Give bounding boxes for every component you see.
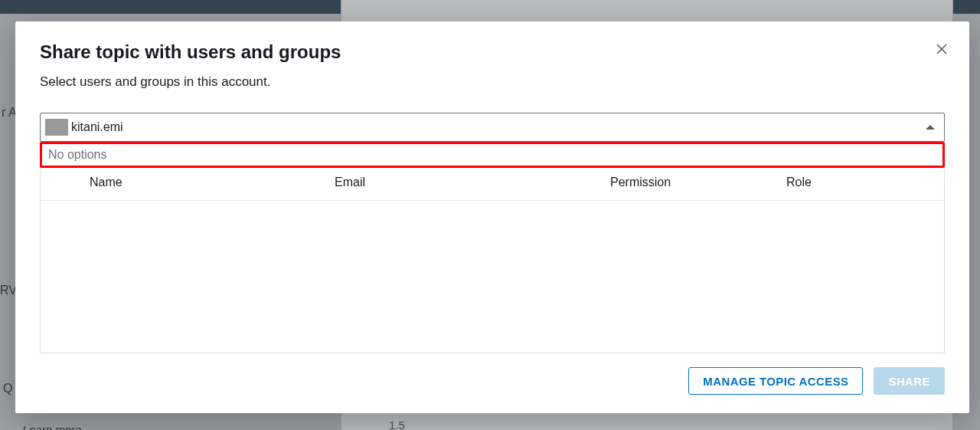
share-button[interactable]: SHARE [874,367,945,395]
user-search-combobox[interactable] [40,113,945,142]
table-header-row: Name Email Permission Role [41,169,944,200]
share-topic-modal: Share topic with users and groups Select… [15,21,969,413]
user-search-dropdown[interactable]: No options [40,142,945,168]
user-search-wrapper: No options [15,99,969,142]
modal-subtitle: Select users and groups in this account. [40,74,945,90]
modal-header: Share topic with users and groups Select… [15,21,969,99]
page-backdrop: r A RV Q 1.5 Learn more Share topic with… [0,0,980,430]
table-header-email: Email [335,176,610,189]
table-header-name: Name [90,176,335,189]
table-body-empty [41,201,944,353]
share-table: Name Email Permission Role [40,169,945,353]
table-header-permission: Permission [610,176,786,189]
user-search-input[interactable] [71,120,918,134]
user-avatar-chip [45,119,68,136]
caret-up-icon [926,125,935,130]
modal-footer: MANAGE TOPIC ACCESS SHARE [15,353,969,413]
dropdown-no-options: No options [48,148,107,162]
close-icon [935,42,949,56]
modal-title: Share topic with users and groups [40,41,945,64]
manage-topic-access-button[interactable]: MANAGE TOPIC ACCESS [688,367,863,395]
close-button[interactable] [931,38,952,60]
table-header-role: Role [786,176,944,189]
